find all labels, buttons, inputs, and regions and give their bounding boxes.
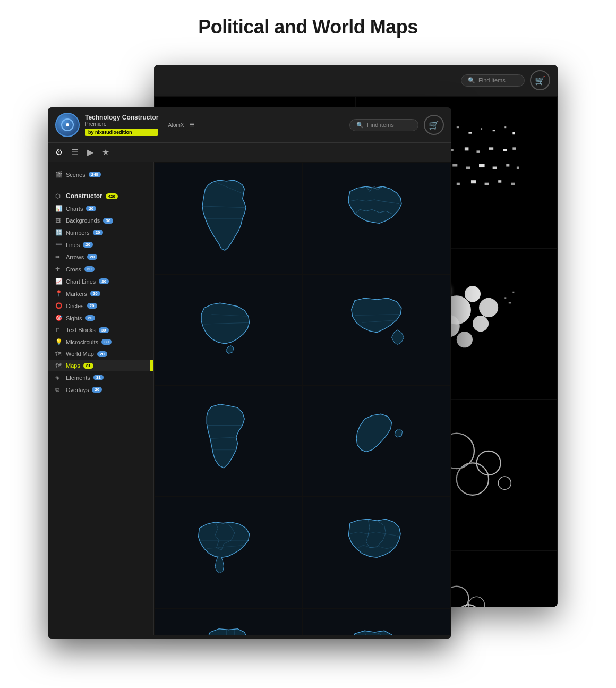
sidebar-item-lines[interactable]: ➖ Lines 20: [48, 239, 153, 251]
svg-rect-42: [504, 126, 506, 128]
sidebar-item-cross[interactable]: ✚ Cross 20: [48, 263, 153, 275]
app-logo: [55, 113, 80, 137]
sidebar-item-arrows[interactable]: ➡ Arrows 20: [48, 251, 153, 263]
svg-point-123: [498, 477, 511, 489]
front-search-text: Find items: [367, 122, 394, 128]
front-search-box[interactable]: 🔍 Find items: [349, 119, 418, 131]
map-cell-island[interactable]: [303, 386, 450, 497]
svg-rect-49: [465, 148, 469, 151]
maps-label: Maps: [66, 362, 80, 369]
menu-icon[interactable]: ≡: [189, 120, 194, 130]
scenes-label: Scenes: [66, 172, 85, 178]
numbers-badge: 20: [93, 230, 103, 235]
charts-badge: 20: [86, 206, 96, 211]
svg-rect-108: [504, 297, 506, 299]
sidebar-item-elements[interactable]: ◈ Elements 31: [48, 371, 153, 384]
lines-badge: 20: [83, 242, 93, 248]
sidebar-item-maps[interactable]: 🗺 Maps 81: [48, 360, 153, 371]
elements-label: Elements: [66, 375, 90, 381]
back-search-text: Find items: [478, 77, 506, 83]
svg-point-100: [479, 298, 498, 317]
backgrounds-icon: 🖼: [55, 217, 63, 224]
svg-rect-72: [511, 183, 515, 185]
svg-rect-43: [512, 132, 515, 135]
sidebar-item-markers[interactable]: 📍 Markers 20: [48, 287, 153, 300]
map-cell-south-america[interactable]: [155, 386, 302, 497]
text-blocks-icon: 🗒: [55, 327, 63, 333]
front-header-left: Technology Constructor Premiere by nixst…: [55, 113, 194, 137]
svg-point-105: [457, 332, 473, 347]
map-cell-baltic[interactable]: [303, 609, 450, 635]
constructor-label: Constructor: [66, 192, 102, 200]
circles-badge: 20: [87, 303, 97, 309]
scenes-icon: 🎬: [55, 171, 63, 178]
back-window-header: 🔍 Find items 🛒: [154, 65, 558, 96]
back-header-right: 🔍 Find items 🛒: [461, 70, 550, 90]
maps-badge: 81: [83, 363, 93, 369]
text-blocks-label: Text Blocks: [66, 327, 96, 333]
map-cell-east-europe[interactable]: [303, 497, 450, 608]
svg-rect-39: [468, 132, 472, 134]
map-cell-central-asia[interactable]: [303, 163, 450, 274]
sidebar-item-chart-lines[interactable]: 📈 Chart Lines 20: [48, 275, 153, 287]
sidebar-item-microcircuits[interactable]: 💡 Microcircuits 30: [48, 336, 153, 348]
svg-rect-40: [481, 128, 482, 130]
svg-rect-109: [509, 302, 511, 303]
scenes-badge: 249: [89, 172, 101, 177]
world-map-badge: 20: [97, 351, 107, 357]
app-author-badge: by nixstudioedition: [85, 129, 158, 136]
toolbar-star-icon[interactable]: ★: [102, 147, 109, 157]
svg-rect-53: [512, 148, 516, 150]
back-search-box[interactable]: 🔍 Find items: [461, 74, 525, 87]
lines-label: Lines: [66, 242, 80, 248]
toolbar-list-icon[interactable]: ☰: [71, 147, 79, 157]
svg-rect-60: [479, 164, 485, 167]
map-cell-europe[interactable]: [155, 497, 302, 608]
lines-icon: ➖: [55, 241, 63, 248]
map-cell-australia[interactable]: [155, 275, 302, 385]
map-cell-asia-pacific[interactable]: [303, 275, 450, 385]
front-search-icon: 🔍: [356, 122, 364, 129]
svg-point-97: [465, 286, 481, 302]
chart-lines-label: Chart Lines: [66, 278, 96, 285]
svg-point-119: [476, 451, 500, 475]
sidebar-item-circles[interactable]: ⭕ Circles 20: [48, 300, 153, 312]
sidebar-item-numbers[interactable]: 🔢 Numbers 20: [48, 226, 153, 239]
front-main-content: 🎬 Scenes 249 ⬡ Constructor 420 📊: [48, 162, 451, 635]
sidebar-item-charts[interactable]: 📊 Charts 20: [48, 202, 153, 215]
sidebar-item-backgrounds[interactable]: 🖼 Backgrounds 30: [48, 215, 153, 226]
back-cart-button[interactable]: 🛒: [530, 70, 550, 90]
svg-point-103: [473, 316, 489, 332]
chart-lines-icon: 📈: [55, 278, 63, 285]
sidebar-item-world-map[interactable]: 🗺 World Map 20: [48, 348, 153, 360]
sights-label: Sights: [66, 315, 82, 321]
map-cell-central-europe[interactable]: [155, 609, 302, 635]
svg-rect-71: [498, 180, 501, 183]
sidebar-item-sights[interactable]: 🎯 Sights 20: [48, 312, 153, 324]
constructor-header[interactable]: ⬡ Constructor 420: [48, 190, 153, 202]
sidebar-item-text-blocks[interactable]: 🗒 Text Blocks 30: [48, 324, 153, 336]
cross-badge: 20: [84, 266, 95, 272]
app-brand-label: AtomX: [168, 122, 184, 128]
sidebar-item-overlays[interactable]: ⧉ Overlays 20: [48, 384, 153, 396]
backgrounds-badge: 30: [103, 218, 113, 224]
markers-badge: 20: [90, 291, 100, 296]
window-front: Technology Constructor Premiere by nixst…: [48, 107, 451, 639]
app-name: Technology Constructor: [85, 114, 158, 121]
toolbar-sliders-icon[interactable]: ⚙: [55, 147, 63, 157]
sidebar-item-scenes[interactable]: 🎬 Scenes 249: [48, 168, 153, 181]
sights-badge: 20: [85, 315, 96, 321]
svg-rect-59: [466, 167, 470, 169]
map-cell-africa[interactable]: [155, 163, 302, 274]
svg-rect-58: [452, 164, 457, 167]
cross-icon: ✚: [55, 266, 63, 273]
circles-icon: ⭕: [55, 302, 63, 309]
constructor-section: ⬡ Constructor 420 📊 Charts 20 🖼 Backgrou…: [48, 188, 153, 398]
numbers-label: Numbers: [66, 230, 90, 236]
markers-label: Markers: [66, 291, 87, 297]
cross-label: Cross: [66, 266, 81, 273]
microcircuits-label: Microcircuits: [66, 339, 98, 345]
charts-label: Charts: [66, 206, 83, 212]
toolbar-play-icon[interactable]: ▶: [87, 147, 93, 157]
front-cart-button[interactable]: 🛒: [424, 115, 444, 135]
